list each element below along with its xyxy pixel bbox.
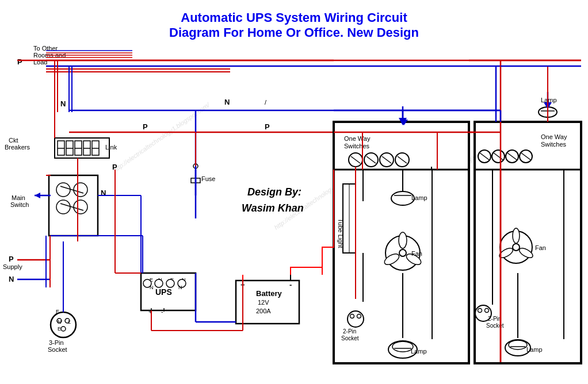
svg-point-37 bbox=[51, 312, 76, 337]
svg-point-25 bbox=[56, 183, 70, 197]
p-label-mid: P bbox=[143, 122, 148, 131]
svg-point-53 bbox=[166, 279, 174, 287]
svg-point-86 bbox=[399, 232, 407, 248]
lamp-top-left-label: Lamp bbox=[411, 194, 427, 201]
design-by-label: Design By: bbox=[247, 186, 301, 198]
wiring-diagram: Automatic UPS System Wiring Circuit Diag… bbox=[0, 0, 588, 384]
svg-point-51 bbox=[155, 279, 163, 287]
svg-text:Breakers: Breakers bbox=[5, 144, 30, 151]
main-switch-label: Main bbox=[12, 194, 25, 201]
svg-point-117 bbox=[478, 309, 482, 313]
p-label-top: P bbox=[17, 57, 22, 66]
svg-point-112 bbox=[513, 244, 520, 251]
n-supply-label: N bbox=[9, 275, 14, 283]
svg-point-90 bbox=[350, 314, 354, 318]
svg-text:-: - bbox=[161, 308, 163, 315]
two-pin-socket-right-label: 2-Pin bbox=[488, 316, 501, 322]
svg-text:N: N bbox=[150, 285, 154, 290]
p-supply-label: P bbox=[9, 255, 14, 263]
link-label: Link bbox=[105, 144, 117, 151]
svg-point-113 bbox=[513, 228, 520, 243]
one-way-switches-label-left: One Way bbox=[344, 135, 371, 142]
svg-text:N: N bbox=[58, 319, 62, 325]
svg-text:E: E bbox=[58, 326, 61, 332]
svg-point-85 bbox=[399, 249, 406, 256]
lamp-bottom-left-label: Lamp bbox=[411, 348, 427, 355]
svg-point-94 bbox=[392, 341, 413, 352]
svg-text:Switches: Switches bbox=[541, 141, 567, 148]
ckt-breakers-label: Ckt bbox=[9, 137, 18, 144]
svg-text:L: L bbox=[68, 319, 71, 325]
designer-name: Wasim Khan bbox=[242, 202, 304, 214]
n-label-breakers: N bbox=[60, 99, 66, 108]
svg-point-26 bbox=[74, 183, 87, 197]
svg-point-27 bbox=[56, 200, 70, 214]
battery-label: Battery bbox=[256, 289, 282, 298]
svg-point-121 bbox=[509, 340, 527, 350]
fan-right-label: Fan bbox=[535, 244, 546, 251]
svg-text:-: - bbox=[289, 281, 292, 289]
n-label-top: N bbox=[224, 98, 230, 106]
title-line2: Diagram For Home Or Office. New Design bbox=[169, 25, 419, 40]
ups-label: UPS bbox=[155, 287, 172, 297]
fan-left-label: Fan bbox=[411, 250, 422, 257]
lamp-bottom-right-label: Lamp bbox=[526, 346, 543, 353]
fuse-label: Fuse bbox=[201, 175, 215, 182]
three-pin-socket-label: 3-Pin bbox=[49, 339, 64, 346]
svg-text:E: E bbox=[56, 309, 59, 314]
svg-point-118 bbox=[485, 309, 489, 313]
svg-text:P: P bbox=[265, 122, 270, 131]
svg-point-40 bbox=[61, 327, 66, 331]
title-line1: Automatic UPS System Wiring Circuit bbox=[181, 10, 407, 25]
svg-text:200A: 200A bbox=[256, 308, 271, 314]
svg-point-89 bbox=[348, 311, 364, 327]
svg-point-28 bbox=[74, 200, 87, 214]
svg-text:Socket: Socket bbox=[48, 346, 67, 353]
svg-point-81 bbox=[391, 191, 414, 205]
svg-point-91 bbox=[357, 314, 361, 318]
one-way-switches-label-right: One Way bbox=[541, 133, 567, 140]
svg-text:Supply: Supply bbox=[3, 263, 22, 270]
svg-text:Switch: Switch bbox=[10, 201, 29, 208]
svg-text:N: N bbox=[178, 285, 182, 290]
two-pin-socket-left-label: 2-Pin bbox=[343, 328, 356, 335]
svg-text:12V: 12V bbox=[258, 299, 269, 306]
svg-text:Socket: Socket bbox=[341, 335, 359, 341]
svg-text:Switches: Switches bbox=[344, 143, 370, 149]
